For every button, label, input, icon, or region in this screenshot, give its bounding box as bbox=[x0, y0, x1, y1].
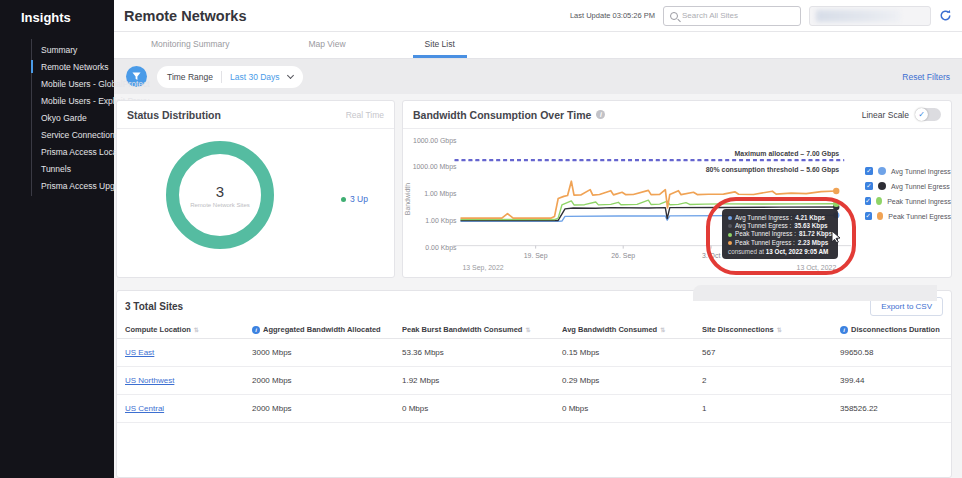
chart-legend: ✓Avg Tunnel Ingress✓Avg Tunnel Egress✓Pe… bbox=[865, 129, 951, 278]
sidebar-item-prisma-access-locations[interactable]: Prisma Access Locations bbox=[32, 143, 114, 160]
table-cell: 0.15 Mbps bbox=[554, 339, 694, 367]
refresh-icon[interactable] bbox=[939, 9, 952, 22]
table-cell: 399.44 bbox=[832, 367, 951, 395]
info-icon[interactable]: i bbox=[252, 326, 260, 334]
mouse-cursor-icon bbox=[831, 229, 842, 247]
sidebar-item-okyo-garde[interactable]: Okyo Garde bbox=[32, 109, 114, 126]
table-cell: 3000 Mbps bbox=[244, 339, 394, 367]
legend-checkbox[interactable]: ✓ bbox=[865, 182, 873, 190]
site-link-us-central[interactable]: US Central bbox=[125, 404, 164, 413]
cell-compute-location: US Central bbox=[117, 395, 244, 423]
y-tick: 1000.00 Gbps bbox=[413, 137, 457, 145]
sidebar-item-remote-networks[interactable]: Remote Networks bbox=[32, 58, 114, 75]
tab-bar: Monitoring SummaryMap ViewSite List bbox=[114, 32, 962, 59]
y-tick: 1.00 Mbps bbox=[424, 190, 457, 198]
search-input[interactable] bbox=[682, 11, 794, 20]
chevron-down-icon bbox=[287, 71, 294, 78]
content-area: Status Distribution Real Time 3 Remote N… bbox=[114, 94, 962, 478]
tooltip-series-dot bbox=[728, 216, 732, 220]
site-link-us-northwest[interactable]: US Northwest bbox=[125, 376, 174, 385]
sort-icon[interactable]: ⇅ bbox=[660, 327, 665, 333]
tooltip-row: Avg Tunnel Egress : 35.63 Kbps bbox=[728, 222, 832, 230]
legend-color-dot bbox=[877, 212, 884, 220]
site-link-us-east[interactable]: US East bbox=[125, 348, 154, 357]
search-icon bbox=[670, 12, 678, 20]
donut-label: Remote Network Sites bbox=[190, 202, 250, 208]
sidebar-item-summary[interactable]: Summary bbox=[32, 41, 114, 58]
tooltip-series-dot bbox=[728, 233, 732, 237]
time-range-value: Last 30 Days bbox=[230, 72, 280, 82]
divider bbox=[221, 71, 222, 83]
table-body: US East3000 Mbps53.36 Mbps0.15 Mbps56799… bbox=[117, 339, 951, 423]
tab-site-list[interactable]: Site List bbox=[413, 32, 467, 58]
sidebar-item-service-connections[interactable]: Service Connections bbox=[32, 126, 114, 143]
column-header-avg-bandwidth-consumed[interactable]: Avg Bandwidth Consumed⇅ bbox=[554, 322, 694, 339]
legend-label: Peak Tunnel Egress bbox=[888, 213, 951, 220]
tooltip-row: Peak Tunnel Ingress : 81.72 Kbps bbox=[728, 230, 832, 238]
column-header-peak-burst-bandwidth-consumed[interactable]: Peak Burst Bandwidth Consumed⇅ bbox=[394, 322, 554, 339]
redacted-account-selector[interactable] bbox=[809, 6, 931, 26]
y-tick: 1.00 Kbps bbox=[425, 217, 457, 225]
toggle-track: ✓ bbox=[915, 108, 941, 121]
legend-item-peak-tunnel-ingress[interactable]: ✓Peak Tunnel Ingress bbox=[865, 197, 951, 205]
table-cell: 358526.22 bbox=[832, 395, 951, 423]
time-range-dropdown[interactable]: Time Range Last 30 Days bbox=[157, 66, 303, 88]
sort-icon[interactable]: ⇅ bbox=[525, 327, 530, 333]
info-icon[interactable]: i bbox=[596, 110, 605, 119]
legend-item-avg-tunnel-egress[interactable]: ✓Avg Tunnel Egress bbox=[865, 182, 951, 190]
sort-icon[interactable]: ⇅ bbox=[777, 327, 782, 333]
status-panel-title: Status Distribution bbox=[127, 109, 221, 121]
chart-scrollbar[interactable] bbox=[693, 285, 937, 301]
tooltip-row: Avg Tunnel Ingress : 4.21 Kbps bbox=[728, 214, 832, 222]
tooltip-timestamp: consumed at 13 Oct, 2022 9:05 AM bbox=[728, 248, 832, 255]
app-window: Insights SummaryRemote NetworksMobile Us… bbox=[0, 0, 962, 478]
sidebar-item-prisma-access-upgrade[interactable]: Prisma Access Upgrade bbox=[32, 177, 114, 194]
column-header-disconnections-duration[interactable]: iDisconnections Duration bbox=[832, 322, 951, 339]
legend-checkbox[interactable]: ✓ bbox=[865, 167, 873, 175]
column-header-aggregated-bandwidth-allocated[interactable]: iAggregated Bandwidth Allocated bbox=[244, 322, 394, 339]
x-range-start: 13 Sep, 2022 bbox=[462, 264, 503, 272]
sidebar-nav: SummaryRemote NetworksMobile Users - Glo… bbox=[31, 39, 114, 196]
sort-icon[interactable]: ⇅ bbox=[194, 327, 199, 333]
sidebar-item-mobile-users-explicit-proxy[interactable]: Mobile Users - Explicit Proxy bbox=[32, 92, 114, 109]
x-tick: 19. Sep bbox=[524, 252, 548, 260]
time-range-label: Time Range bbox=[167, 72, 213, 82]
legend-color-dot bbox=[878, 167, 886, 175]
threshold-label: 80% consumption threshold – 5.60 Gbps bbox=[706, 166, 840, 174]
linear-scale-label: Linear Scale bbox=[862, 110, 909, 120]
sidebar-item-mobile-users-globalprotect[interactable]: Mobile Users - GlobalProtect bbox=[32, 75, 114, 92]
reset-filters-link[interactable]: Reset Filters bbox=[902, 72, 950, 82]
linear-scale-toggle[interactable]: Linear Scale ✓ bbox=[862, 108, 941, 121]
bandwidth-panel-title: Bandwidth Consumption Over Time bbox=[413, 109, 591, 121]
column-header-site-disconnections[interactable]: Site Disconnections⇅ bbox=[694, 322, 832, 339]
legend-checkbox[interactable]: ✓ bbox=[865, 212, 872, 220]
donut-value: 3 bbox=[216, 183, 224, 200]
cell-compute-location: US East bbox=[117, 339, 244, 367]
column-header-compute-location[interactable]: Compute Location⇅ bbox=[117, 322, 244, 339]
tab-monitoring-summary[interactable]: Monitoring Summary bbox=[139, 32, 241, 58]
table-cell: 99650.58 bbox=[832, 339, 951, 367]
x-range-end: 13 Oct, 2022 bbox=[797, 264, 837, 271]
sidebar: Insights SummaryRemote NetworksMobile Us… bbox=[0, 0, 114, 478]
legend-color-dot bbox=[878, 182, 886, 190]
legend-checkbox[interactable]: ✓ bbox=[865, 197, 871, 205]
table-row: US East3000 Mbps53.36 Mbps0.15 Mbps56799… bbox=[117, 339, 951, 367]
tab-map-view[interactable]: Map View bbox=[296, 32, 357, 58]
tooltip-series-dot bbox=[728, 241, 732, 245]
legend-item-avg-tunnel-ingress[interactable]: ✓Avg Tunnel Ingress bbox=[865, 167, 951, 175]
legend-color-dot bbox=[876, 197, 882, 205]
table-cell: 53.36 Mbps bbox=[394, 339, 554, 367]
legend-item-peak-tunnel-egress[interactable]: ✓Peak Tunnel Egress bbox=[865, 212, 951, 220]
info-icon[interactable]: i bbox=[840, 326, 848, 334]
x-tick: 26. Sep bbox=[611, 252, 635, 260]
table-cell: 2000 Mbps bbox=[244, 395, 394, 423]
table-header-row: Compute Location⇅iAggregated Bandwidth A… bbox=[117, 322, 951, 339]
search-box[interactable] bbox=[663, 6, 801, 26]
table-title: 3 Total Sites bbox=[125, 301, 183, 312]
table-cell: 567 bbox=[694, 339, 832, 367]
status-legend-up[interactable]: 3 Up bbox=[341, 194, 368, 204]
table-cell: 1.92 Mbps bbox=[394, 367, 554, 395]
tooltip-row: Peak Tunnel Egress : 2.23 Mbps bbox=[728, 239, 832, 247]
sidebar-item-tunnels[interactable]: Tunnels bbox=[32, 160, 114, 177]
toggle-knob-check-icon: ✓ bbox=[915, 108, 928, 121]
